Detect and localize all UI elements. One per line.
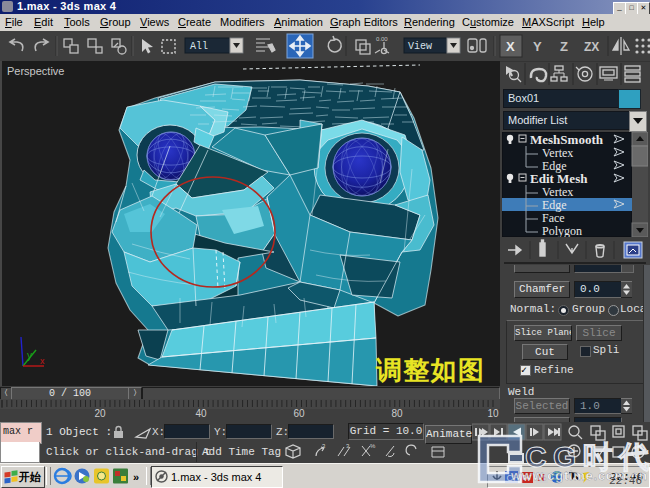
svg-text:Vertex: Vertex (542, 146, 573, 160)
svg-text:x: x (40, 356, 45, 366)
svg-text:20: 20 (94, 408, 106, 419)
svg-text:10: 10 (487, 408, 499, 419)
svg-text:调整如图: 调整如图 (375, 355, 484, 385)
svg-text:ZX: ZX (584, 40, 599, 54)
svg-text:X: X (506, 39, 515, 54)
svg-text:Edge: Edge (542, 198, 567, 212)
svg-text:0.00: 0.00 (376, 36, 388, 42)
svg-text:Polygon: Polygon (542, 224, 582, 237)
svg-text:%: % (370, 443, 376, 449)
svg-text:40: 40 (195, 408, 207, 419)
svg-text:22:46: 22:46 (609, 475, 642, 487)
svg-text:60: 60 (293, 408, 305, 419)
svg-text:Z: Z (560, 39, 568, 54)
svg-text:Face: Face (542, 211, 565, 225)
svg-text:y: y (27, 350, 32, 361)
svg-text:MeshSmooth: MeshSmooth (530, 132, 604, 147)
svg-text:»: » (133, 471, 139, 483)
svg-text:Y: Y (533, 39, 542, 54)
svg-text:3: 3 (322, 443, 326, 449)
svg-text:Edit Mesh: Edit Mesh (530, 171, 588, 186)
svg-text:All: All (190, 41, 208, 52)
svg-text:View: View (408, 41, 432, 52)
svg-text:Vertex: Vertex (542, 185, 573, 199)
svg-text:80: 80 (391, 408, 403, 419)
